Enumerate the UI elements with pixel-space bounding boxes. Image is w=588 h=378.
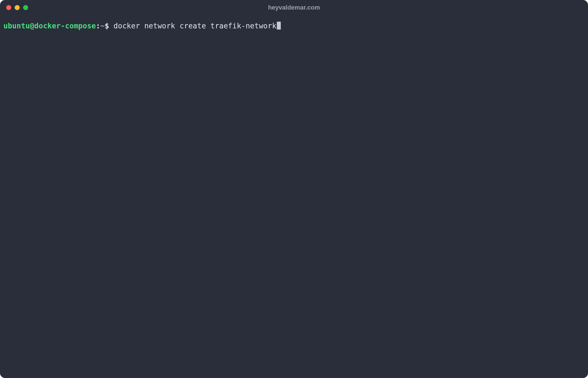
traffic-lights <box>6 5 28 10</box>
terminal-body[interactable]: ubuntu@docker-compose:~$ docker network … <box>0 15 588 378</box>
titlebar: heyvaldemar.com <box>0 0 588 15</box>
maximize-button[interactable] <box>23 5 28 10</box>
window-title: heyvaldemar.com <box>268 4 320 11</box>
prompt-colon: : <box>96 21 100 31</box>
prompt-user-host: ubuntu@docker-compose <box>3 21 96 31</box>
minimize-button[interactable] <box>15 5 20 10</box>
command-text: docker network create traefik-network <box>113 21 276 31</box>
prompt-path: ~ <box>100 21 105 31</box>
close-button[interactable] <box>6 5 11 10</box>
terminal-window: heyvaldemar.com ubuntu@docker-compose:~$… <box>0 0 588 378</box>
prompt-line: ubuntu@docker-compose:~$ docker network … <box>3 21 585 31</box>
prompt-symbol: $ <box>105 21 109 31</box>
prompt-space <box>109 21 114 31</box>
cursor-icon <box>277 22 281 30</box>
